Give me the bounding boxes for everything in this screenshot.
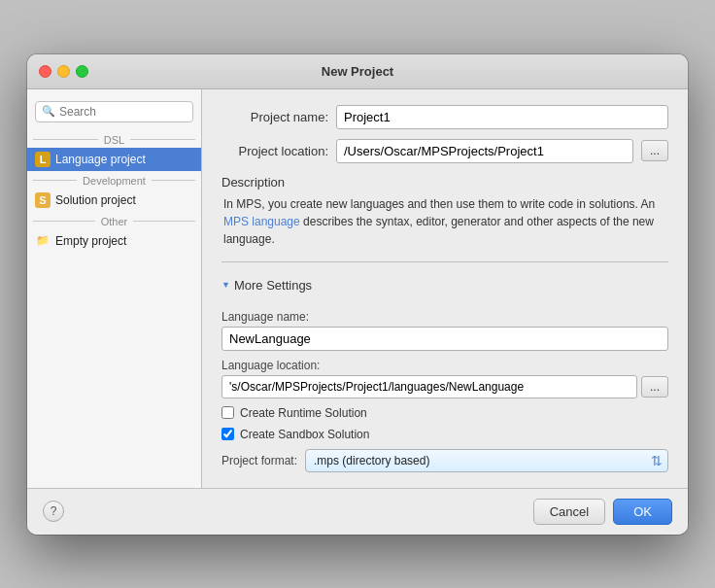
bottom-bar: ? Cancel OK [27, 488, 688, 535]
language-name-input[interactable] [221, 327, 668, 351]
language-location-input[interactable] [221, 375, 637, 398]
project-name-row: Project name: [221, 105, 668, 129]
window-controls [39, 65, 88, 78]
more-settings-toggle[interactable]: ▼ More Settings [221, 276, 668, 294]
project-format-select-wrapper: .mps (directory based).idea (directory b… [305, 449, 668, 472]
sidebar-item-language-project[interactable]: L Language project [27, 148, 201, 171]
description-section: Description In MPS, you create new langu… [221, 175, 668, 248]
project-format-select[interactable]: .mps (directory based).idea (directory b… [305, 449, 668, 472]
mps-language-link[interactable]: MPS language [223, 215, 300, 228]
section-other: Other [27, 212, 201, 229]
title-bar: New Project [27, 54, 688, 89]
create-sandbox-checkbox[interactable] [221, 428, 234, 440]
project-format-row: Project format: .mps (directory based).i… [221, 449, 668, 472]
minimize-button[interactable] [57, 65, 70, 78]
ok-button[interactable]: OK [613, 499, 672, 525]
project-location-browse-button[interactable]: ... [641, 140, 668, 161]
project-location-row: Project location: ... [221, 139, 668, 163]
help-button[interactable]: ? [43, 501, 64, 522]
action-buttons: Cancel OK [533, 499, 672, 525]
description-label: Description [221, 175, 668, 190]
language-location-section: Language location: ... [221, 359, 668, 398]
section-dsl: DSL [27, 130, 201, 148]
sidebar-item-solution-project[interactable]: S Solution project [27, 189, 201, 212]
create-runtime-row: Create Runtime Solution [221, 406, 668, 420]
project-name-input[interactable] [336, 105, 668, 129]
search-input[interactable] [59, 105, 187, 119]
description-text: In MPS, you create new languages and the… [221, 195, 668, 248]
left-panel: 🔍 DSL L Language project Development S [27, 89, 202, 488]
cancel-button[interactable]: Cancel [533, 499, 605, 525]
triangle-icon: ▼ [221, 280, 230, 290]
language-name-section: Language name: [221, 310, 668, 351]
project-location-label: Project location: [221, 144, 328, 158]
language-name-label: Language name: [221, 310, 668, 324]
create-sandbox-label[interactable]: Create Sandbox Solution [240, 428, 369, 441]
solution-project-icon: S [35, 192, 51, 208]
project-location-input[interactable] [336, 139, 633, 163]
search-icon: 🔍 [42, 105, 55, 118]
dialog-body: 🔍 DSL L Language project Development S [27, 89, 688, 488]
language-project-icon: L [35, 152, 51, 167]
project-name-label: Project name: [221, 110, 328, 124]
new-project-dialog: New Project 🔍 DSL L Language project Dev… [27, 54, 688, 535]
create-runtime-label[interactable]: Create Runtime Solution [240, 406, 367, 420]
divider [221, 261, 668, 262]
search-box[interactable]: 🔍 [35, 101, 193, 122]
more-settings-content: Language name: Language location: ... Cr… [221, 310, 668, 472]
empty-project-icon: 📁 [35, 233, 51, 249]
more-settings-label: More Settings [234, 278, 312, 293]
section-development: Development [27, 171, 201, 189]
sidebar-item-empty-project[interactable]: 📁 Empty project [27, 229, 201, 253]
maximize-button[interactable] [76, 65, 88, 78]
right-panel: Project name: Project location: ... Desc… [202, 89, 688, 488]
project-format-label: Project format: [221, 454, 297, 467]
create-runtime-checkbox[interactable] [221, 406, 234, 419]
language-location-row: ... [221, 375, 668, 398]
close-button[interactable] [39, 65, 51, 78]
language-location-label: Language location: [221, 359, 668, 372]
language-location-browse-button[interactable]: ... [641, 376, 668, 398]
dialog-title: New Project [322, 64, 393, 79]
create-sandbox-row: Create Sandbox Solution [221, 428, 668, 441]
